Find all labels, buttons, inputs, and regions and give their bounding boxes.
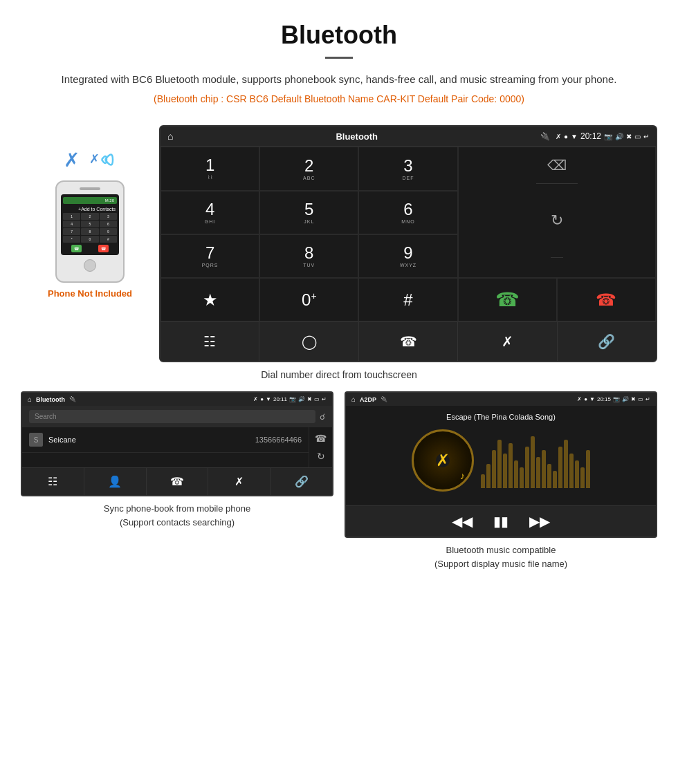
music-status-icons: ✗ ● ▼ 20:15 📷 🔊 ✖ ▭ ↵ [577,396,650,402]
dial-key-1[interactable]: 1 ⌇⌇ [161,147,259,191]
pb-bottom-bar: ☷ 👤 ☎ ✗ 🔗 [22,467,332,495]
music-home-icon: ⌂ [351,395,356,403]
music-screenshot: ⌂ A2DP 🔌 ✗ ● ▼ 20:15 📷 🔊 ✖ ▭ ↵ Escape (T… [345,391,657,570]
dial-key-6[interactable]: 6 MNO [358,191,457,234]
dial-bottom-nav: ☷ ◯ ☎ ✗ 🔗 [161,321,656,361]
pb-camera-icon: 📷 [289,396,296,402]
hu-usb-icon: 🔌 [540,132,550,141]
dial-grid: 1 ⌇⌇ 2 ABC 3 DEF ⌫ ↻ [161,146,656,321]
pb-home-icon: ⌂ [28,395,32,403]
visualizer-bar [481,474,485,488]
dial-caption: Dial number direct from touchscreen [0,369,678,380]
visualizer-bar [497,440,502,488]
music-app-title: A2DP [360,396,376,403]
dial-redial[interactable]: ↻ [551,184,563,258]
visualizer-bar [542,450,546,488]
music-prev-button[interactable]: ◀◀ [452,513,473,530]
phone-screen-top: M:20 [63,197,117,204]
pb-nav-bt[interactable]: ✗ [208,468,271,495]
title-divider [325,57,353,59]
music-bt-icon: ✗ [577,396,582,402]
visualizer-bar [536,457,540,488]
dial-call-button[interactable]: ☎ [458,278,557,321]
music-signal-icon: ▼ [589,396,595,402]
close-icon: ✖ [626,133,632,140]
pb-right-icons: ☎ ↻ [309,427,332,467]
page-specs: (Bluetooth chip : CSR BC6 Default Blueto… [42,93,636,104]
music-location-icon: ● [584,396,587,402]
music-next-button[interactable]: ▶▶ [529,513,550,530]
dial-key-star[interactable]: ★ [161,278,259,321]
dial-backspace[interactable]: ⌫ [536,147,578,184]
hu-status-bar: ⌂ Bluetooth 🔌 ✗ ● ▼ 20:12 📷 🔊 ✖ ▭ ↵ [161,127,656,146]
visualizer-bar [586,450,590,488]
visualizer-bar [531,436,535,488]
pb-nav-keypad[interactable]: ☷ [22,468,84,495]
phone-body: M:20 +Add to Contacts 1 2 3 4 5 6 7 8 9 … [55,180,125,283]
pb-contact-row[interactable]: S Seicane 13566664466 [22,427,309,453]
pb-app-title: Bluetooth [36,396,65,403]
nav-link-button[interactable]: 🔗 [558,322,656,361]
phone-key-8: 8 [81,228,98,235]
nav-keypad-button[interactable]: ☷ [161,322,259,361]
pb-window-icon: ▭ [314,396,320,402]
bluetooth-waves: ✗ ✗ [64,146,117,174]
pb-search-input[interactable]: Search [29,410,315,423]
dial-key-4[interactable]: 4 GHI [161,191,259,234]
phone-key-2: 2 [81,213,98,220]
dial-key-8[interactable]: 8 TUV [259,234,358,278]
dial-key-9[interactable]: 9 WXYZ [358,234,457,278]
phone-illustration: ✗ ✗ M:20 +Add to Contacts 1 2 3 4 5 6 [21,125,159,299]
pb-content-area: S Seicane 13566664466 ☎ ↻ [22,427,332,467]
dial-screenshot: ⌂ Bluetooth 🔌 ✗ ● ▼ 20:12 📷 🔊 ✖ ▭ ↵ 1 ⌇⌇ [159,125,657,362]
pb-nav-phone[interactable]: ☎ [147,468,209,495]
pb-status-bar: ⌂ Bluetooth 🔌 ✗ ● ▼ 20:11 📷 🔊 ✖ ▭ ↵ [22,393,332,406]
dial-key-3[interactable]: 3 DEF [358,147,457,191]
phone-bottom-buttons: ☎ ☎ [63,245,117,252]
music-song-title: Escape (The Pina Colada Song) [353,413,649,421]
pb-search-icon[interactable]: ☌ [320,412,325,422]
dial-key-5[interactable]: 5 JKL [259,191,358,234]
music-time: 20:15 [597,396,611,402]
pb-nav-person[interactable]: 👤 [84,468,147,495]
music-close-icon: ✖ [631,396,636,402]
hu-status-icons: ✗ ● ▼ 20:12 📷 🔊 ✖ ▭ ↵ [556,131,649,141]
phonebook-caption: Sync phone-book from mobile phone (Suppo… [104,502,250,529]
nav-bluetooth-button[interactable]: ✗ [458,322,557,361]
music-playpause-button[interactable]: ▮▮ [493,513,508,530]
pb-back-icon: ↵ [322,396,327,402]
dial-display-area: ⌫ ↻ [458,147,656,278]
location-icon: ● [564,133,568,140]
visualizer-bar [503,454,507,488]
dial-key-hash[interactable]: # [358,278,457,321]
hu-home-icon: ⌂ [167,131,173,142]
pb-nav-link[interactable]: 🔗 [271,468,332,495]
visualizer-bar [553,471,557,488]
bottom-screenshots: ⌂ Bluetooth 🔌 ✗ ● ▼ 20:11 📷 🔊 ✖ ▭ ↵ Sear… [0,391,678,570]
visualizer-bar [514,460,518,488]
visualizer-bar [564,440,568,488]
back-icon: ↵ [643,133,649,140]
main-screenshot-area: ✗ ✗ M:20 +Add to Contacts 1 2 3 4 5 6 [0,125,678,362]
phone-key-3: 3 [100,213,117,220]
pb-location-icon: ● [260,396,264,402]
phone-speaker [80,187,100,190]
phone-key-star: * [63,236,80,243]
phone-key-5: 5 [81,221,98,227]
pb-call-icon[interactable]: ☎ [315,433,327,444]
music-visualizer [481,433,590,488]
visualizer-bar [525,447,529,488]
dial-key-2[interactable]: 2 ABC [259,147,358,191]
dial-key-0[interactable]: 0+ [259,278,358,321]
svg-text:✗: ✗ [89,152,100,166]
nav-calls-button[interactable]: ☎ [359,322,458,361]
nav-contacts-button[interactable]: ◯ [259,322,358,361]
page-header: Bluetooth Integrated with BC6 Bluetooth … [0,0,678,125]
phone-key-6: 6 [100,221,117,227]
visualizer-bar [558,447,562,488]
music-usb-icon: 🔌 [381,396,387,402]
phone-keypad: 1 2 3 4 5 6 7 8 9 * 0 # [63,213,117,243]
dial-endcall-button[interactable]: ☎ [557,278,656,321]
pb-refresh-icon[interactable]: ↻ [317,451,325,462]
dial-key-7[interactable]: 7 PQRS [161,234,259,278]
